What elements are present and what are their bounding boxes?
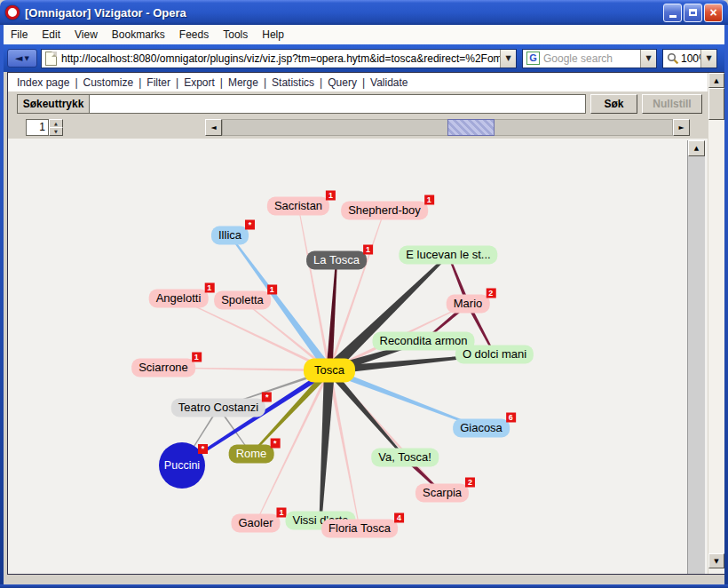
graph-node-giacosa[interactable]: Giacosa6 <box>453 419 510 438</box>
node-label: Illica <box>218 228 241 242</box>
node-label: Floria Tosca <box>328 521 391 535</box>
vizigator-canvas: Sacristan1Shepherd-boy1Illica*La Tosca1E… <box>8 139 724 574</box>
node-badge: 1 <box>277 508 287 518</box>
node-badge: 1 <box>424 195 434 205</box>
node-label: Tosca <box>314 363 344 377</box>
nav-merge[interactable]: Merge <box>228 76 258 89</box>
page-scroll-up-button[interactable]: ▲ <box>708 73 724 88</box>
google-search-placeholder[interactable]: Google search <box>543 52 640 65</box>
node-label: Recondita armon <box>380 334 468 347</box>
graph-edge-tosca-e-lucevan <box>326 254 450 375</box>
graph-node-la-tosca[interactable]: La Tosca1 <box>306 251 367 270</box>
graph-node-sciarrone[interactable]: Sciarrone1 <box>131 359 195 377</box>
node-label: Mario <box>454 297 483 310</box>
window-frame-right <box>724 25 728 588</box>
graph-node-sacristan[interactable]: Sacristan1 <box>267 197 329 216</box>
nav-statistics[interactable]: Statistics <box>272 76 314 89</box>
page-scrollbar-thumb[interactable] <box>708 88 724 120</box>
nav-customize[interactable]: Customize <box>83 76 134 89</box>
graph-edge-tosca-vissi <box>320 370 336 520</box>
nav-separator: | <box>220 76 223 89</box>
node-label: Gaoler <box>238 516 273 529</box>
node-label: Rome <box>236 447 267 460</box>
node-badge: 1 <box>204 283 214 293</box>
node-badge: 1 <box>267 285 277 295</box>
menu-file[interactable]: File <box>4 28 35 41</box>
url-text[interactable]: http://localhost:8080/omnigator/plugins/… <box>61 52 500 65</box>
viz-scroll-up-button[interactable]: ▲ <box>688 140 705 156</box>
node-label: E lucevan le st... <box>406 248 490 261</box>
graph-node-gaoler[interactable]: Gaoler1 <box>231 514 280 533</box>
node-badge: * <box>262 393 272 402</box>
graph-node-e-lucevan[interactable]: E lucevan le st... <box>399 246 497 265</box>
page-vertical-scrollbar[interactable]: ▲ ▼ <box>708 73 724 574</box>
node-badge: 1 <box>192 353 202 362</box>
graph-node-mario[interactable]: Mario2 <box>447 295 490 314</box>
menu-bookmarks[interactable]: Bookmarks <box>105 28 172 41</box>
menu-edit[interactable]: Edit <box>35 28 67 41</box>
maximize-button[interactable] <box>684 4 702 22</box>
search-input[interactable] <box>89 94 586 114</box>
nav-query[interactable]: Query <box>328 76 357 89</box>
back-button[interactable]: ◄▼ <box>7 49 37 68</box>
node-label: Giacosa <box>460 421 502 434</box>
browser-toolbar: ◄▼ http://localhost:8080/omnigator/plugi… <box>4 44 724 72</box>
node-label: Teatro Costanzi <box>178 401 258 414</box>
menu-tools[interactable]: Tools <box>216 28 255 41</box>
graph-node-va-tosca[interactable]: Va, Tosca! <box>371 449 439 467</box>
google-dropdown-button[interactable]: ▼ <box>640 50 656 68</box>
back-icon: ◄ <box>15 52 22 64</box>
node-label: Spoletta <box>221 293 264 306</box>
nav-validate[interactable]: Validate <box>370 76 408 89</box>
node-badge: 2 <box>465 478 475 488</box>
graph-node-spoletta[interactable]: Spoletta1 <box>214 291 271 310</box>
page-scroll-down-button[interactable]: ▼ <box>708 553 724 568</box>
node-label: Shepherd-boy <box>348 203 421 217</box>
zoom-level: 100% <box>681 52 700 65</box>
graph-node-tosca[interactable]: Tosca <box>304 359 355 383</box>
window-title: [Omnigator] Vizigator - Opera <box>25 6 661 20</box>
graph-node-shepherd-boy[interactable]: Shepherd-boy1 <box>341 202 428 220</box>
scroll-left-button[interactable]: ◄ <box>205 119 222 136</box>
graph-node-floria[interactable]: Floria Tosca4 <box>321 520 398 538</box>
nav-separator: | <box>138 76 141 89</box>
menu-feeds[interactable]: Feeds <box>172 28 216 41</box>
viz-vertical-scrollbar[interactable]: ▲ <box>687 140 705 574</box>
node-label: Angelotti <box>156 291 202 305</box>
nav-index-page[interactable]: Index page <box>17 76 69 89</box>
node-badge: * <box>270 439 280 449</box>
node-badge: 1 <box>363 245 373 255</box>
graph-node-o-dolci[interactable]: O dolci mani <box>455 346 534 364</box>
node-label: O dolci mani <box>463 347 526 361</box>
node-badge: 6 <box>506 413 516 423</box>
node-label: Sciarrone <box>138 361 188 374</box>
nav-separator: | <box>320 76 322 89</box>
address-bar[interactable]: http://localhost:8080/omnigator/plugins/… <box>41 49 517 68</box>
node-badge: * <box>245 220 255 230</box>
spinner-down-button[interactable]: ▼ <box>49 127 63 136</box>
page-spinner-value[interactable]: 1 <box>26 119 49 136</box>
node-badge: 2 <box>486 289 495 298</box>
graph-node-puccini[interactable]: Puccini* <box>159 442 205 489</box>
graph-node-scarpia[interactable]: Scarpia2 <box>415 484 469 503</box>
horizontal-scrollbar: ◄ ► <box>205 119 690 136</box>
menu-help[interactable]: Help <box>255 28 291 41</box>
close-button[interactable]: × <box>704 4 723 22</box>
nav-export[interactable]: Export <box>184 76 215 89</box>
scroll-right-button[interactable]: ► <box>673 119 690 136</box>
nav-filter[interactable]: Filter <box>146 76 170 89</box>
google-icon: G <box>526 52 540 65</box>
minimize-button[interactable] <box>663 4 682 22</box>
menu-view[interactable]: View <box>67 28 105 41</box>
horizontal-scrollbar-thumb[interactable] <box>447 119 495 136</box>
graph-node-illica[interactable]: Illica* <box>211 226 249 245</box>
nav-separator: | <box>75 76 77 89</box>
zoom-control[interactable]: 100% ▼ <box>662 49 717 68</box>
google-search-box[interactable]: G Google search ▼ <box>522 49 657 68</box>
graph-node-rome[interactable]: Rome* <box>229 445 274 464</box>
address-dropdown-button[interactable]: ▼ <box>500 50 516 68</box>
sok-button[interactable]: Søk <box>590 94 637 114</box>
zoom-dropdown-button[interactable]: ▼ <box>700 50 716 68</box>
graph-node-teatro[interactable]: Teatro Costanzi* <box>171 399 265 417</box>
graph-node-angelotti[interactable]: Angelotti1 <box>149 290 209 308</box>
